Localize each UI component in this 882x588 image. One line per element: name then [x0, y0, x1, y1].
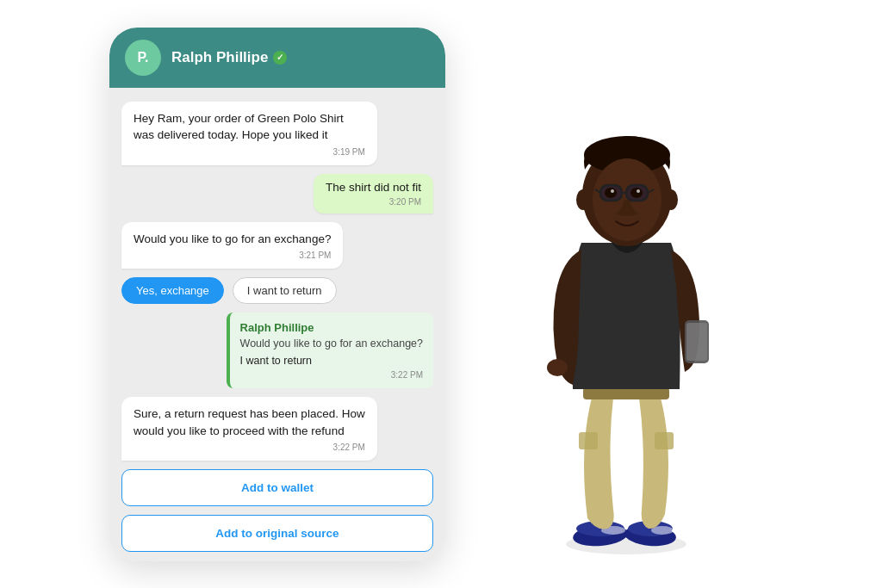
message-sent-1: The shirt did not fit 3:20 PM: [314, 174, 433, 214]
message-text: Would you like to go for an exchange?: [134, 231, 331, 248]
message-received-3: Sure, a return request has been placed. …: [121, 397, 377, 461]
svg-point-24: [630, 188, 643, 198]
message-received-2: Would you like to go for an exchange? 3:…: [121, 222, 343, 269]
svg-point-28: [664, 189, 678, 210]
svg-point-29: [547, 359, 568, 376]
message-time: 3:22 PM: [134, 443, 365, 452]
message-text: The shirt did not fit: [326, 181, 421, 194]
forwarded-answer: I want to return: [240, 355, 423, 367]
avatar: P.: [125, 40, 161, 76]
message-time: 3:21 PM: [134, 251, 331, 260]
message-time: 3:19 PM: [134, 147, 365, 157]
svg-rect-11: [686, 323, 707, 361]
svg-point-27: [576, 189, 590, 210]
svg-point-25: [611, 189, 614, 193]
quick-reply-yes-exchange[interactable]: Yes, exchange: [121, 277, 224, 304]
person-svg: [480, 28, 773, 561]
forwarded-sender: Ralph Phillipe: [240, 321, 423, 334]
svg-rect-8: [655, 432, 674, 449]
character-figure: [480, 28, 773, 561]
message-received-1: Hey Ram, your order of Green Polo Shirt …: [121, 102, 377, 165]
chat-header: P. Ralph Phillipe ✓: [109, 28, 445, 88]
forwarded-question: Would you like to go for an exchange?: [240, 337, 423, 350]
add-to-original-source-button[interactable]: Add to original source: [121, 515, 433, 552]
svg-rect-9: [583, 387, 669, 399]
scene: P. Ralph Phillipe ✓ Hey Ram, your order …: [0, 0, 882, 588]
message-text: Hey Ram, your order of Green Polo Shirt …: [134, 110, 365, 144]
message-time: 3:22 PM: [240, 370, 423, 380]
contact-name: Ralph Phillipe ✓: [171, 49, 287, 66]
quick-reply-return[interactable]: I want to return: [233, 277, 337, 304]
quick-replies: Yes, exchange I want to return: [121, 277, 337, 304]
chat-body: Hey Ram, your order of Green Polo Shirt …: [109, 88, 445, 561]
message-time: 3:20 PM: [326, 197, 421, 207]
message-text: Sure, a return request has been placed. …: [134, 405, 365, 439]
add-to-wallet-button[interactable]: Add to wallet: [121, 469, 433, 506]
forwarded-card: Ralph Phillipe Would you like to go for …: [227, 313, 433, 388]
svg-point-26: [637, 189, 640, 193]
svg-rect-7: [579, 432, 598, 449]
verified-icon: ✓: [273, 51, 287, 65]
svg-point-23: [605, 188, 617, 198]
phone-mockup: P. Ralph Phillipe ✓ Hey Ram, your order …: [109, 28, 445, 561]
